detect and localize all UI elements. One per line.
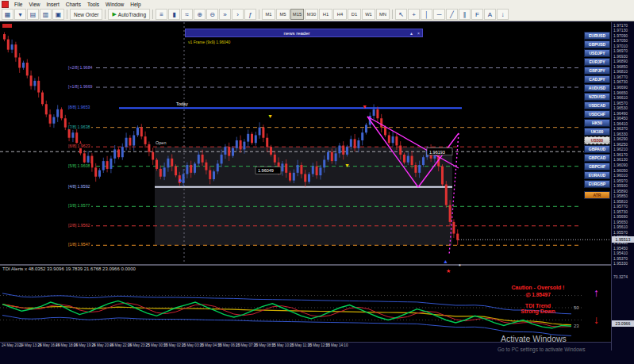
symbol-button-gbpcad[interactable]: GBPCAD	[584, 154, 610, 162]
symbol-button-gbpchf[interactable]: GBPCHF	[584, 163, 610, 171]
price-tick: 1.96450	[613, 116, 628, 121]
timeframe-h4[interactable]: H4	[333, 9, 347, 20]
new-order-button[interactable]: New Order	[70, 9, 102, 20]
symbol-button-cadjpy[interactable]: CADJPY	[584, 75, 610, 83]
price-tick: 1.96090	[613, 163, 628, 167]
autotrading-button[interactable]: ▶ AutoTrading	[108, 9, 150, 20]
price-tick: 1.96490	[613, 111, 628, 116]
timeframe-mn[interactable]: MN	[376, 9, 390, 20]
price-tick: 1.96130	[613, 157, 628, 162]
line-chart-icon[interactable]: ≈	[181, 9, 193, 20]
navigator-icon[interactable]: ▣	[52, 9, 64, 20]
timeframe-m1[interactable]: M1	[262, 9, 275, 20]
symbol-button-uk100[interactable]: UK100	[584, 128, 610, 136]
price-tick: 1.95330	[613, 261, 628, 266]
chart-area[interactable]: TodayOpen1.960491.96193	[0, 22, 611, 264]
symbol-button-hk50[interactable]: HK50	[584, 119, 610, 127]
symbol-button-gbpusd[interactable]: GBPUSD	[584, 40, 610, 48]
price-tick: 1.95570	[613, 230, 628, 235]
symbol-button-gbpjpy[interactable]: GBPJPY	[584, 67, 610, 75]
price-tick: 1.96730	[613, 79, 628, 84]
price-tick: 1.96570	[613, 101, 628, 105]
auto-scroll-icon[interactable]: »	[219, 9, 231, 20]
price-tick: 1.95930	[613, 183, 628, 188]
chart-shift-icon[interactable]: ›	[232, 9, 244, 20]
tdi-alert-block: Caution - Oversold ! @ 1.95497 TDI Trend…	[486, 285, 590, 314]
bar-chart-icon[interactable]: ≡	[156, 9, 167, 20]
murrey-level-label: [6/8] 1.9623	[67, 144, 91, 148]
murrey-level-label: [2/8] 1.9562	[67, 223, 91, 228]
zoom-out-icon[interactable]: ⊖	[206, 9, 218, 20]
price-tick: 1.95370	[613, 256, 628, 261]
price-tick: 1.95730	[613, 209, 628, 214]
market-watch-icon[interactable]: ▥	[40, 9, 52, 20]
crosshair-icon[interactable]: +	[408, 9, 420, 20]
chart-list-dropdown-icon[interactable]: ▾	[14, 9, 26, 20]
cursor-icon[interactable]: ↖	[395, 9, 407, 20]
horizontal-line-icon[interactable]: ─	[433, 9, 445, 20]
price-tick: 1.95890	[613, 189, 628, 193]
toolbar: ▦▾▤▥▣New Order▶ AutoTrading≡▮≈⊕⊖»›ƒM1M5M…	[0, 8, 634, 21]
menu-file[interactable]: File	[11, 2, 25, 7]
toolbar-separator	[105, 10, 106, 19]
murrey-level-label: [5/8] 1.9608	[67, 163, 91, 168]
timeframe-m15[interactable]: M15	[290, 9, 304, 20]
symbol-button-eurgbp[interactable]: EURGBP	[584, 180, 610, 188]
trendline-icon[interactable]: ╱	[446, 9, 458, 20]
symbol-button-gbpaud[interactable]: GBPAUD	[584, 145, 610, 153]
symbol-button-eurusd[interactable]: EURUSD	[584, 32, 610, 40]
candlestick-chart-icon[interactable]: ▮	[168, 9, 180, 20]
price-tick: 1.97050	[613, 38, 628, 43]
menu-charts[interactable]: Charts	[63, 2, 84, 7]
price-tick: 1.96170	[613, 152, 628, 157]
collapse-icon[interactable]: ▲	[408, 31, 415, 36]
symbol-button-usdcad[interactable]: USDCAD	[584, 102, 610, 109]
price-tick: 1.96650	[613, 90, 628, 95]
fibonacci-icon[interactable]: F	[471, 9, 483, 20]
price-tick: 1.95770	[613, 204, 628, 209]
menu-tools[interactable]: Tools	[84, 2, 102, 7]
oversold-up-arrow: ↑	[594, 286, 599, 299]
timeframe-w1[interactable]: W1	[362, 9, 375, 20]
price-plot[interactable]: TodayOpen1.960491.96193	[0, 22, 611, 264]
note-asterisk: *	[459, 263, 461, 269]
close-icon[interactable]: ×	[415, 31, 422, 36]
channel-icon[interactable]: ∥	[459, 9, 471, 20]
symbol-button-usdjpy[interactable]: USDJPY	[584, 49, 610, 57]
toolbar-separator	[67, 10, 67, 19]
timeframe-d1[interactable]: D1	[348, 9, 361, 20]
arrows-tool-icon[interactable]: ↓	[497, 9, 509, 20]
new-chart-icon[interactable]: ▦	[2, 9, 13, 20]
menu-view[interactable]: View	[25, 2, 43, 7]
timeframe-m5[interactable]: M5	[276, 9, 290, 20]
symbol-button-usdchf[interactable]: USDCHF	[584, 110, 610, 118]
price-tick: 1.97010	[613, 44, 628, 48]
menu-help[interactable]: Help	[127, 2, 144, 7]
timeframe-h1[interactable]: H1	[319, 9, 332, 20]
profiles-icon[interactable]: ▤	[27, 9, 39, 20]
tdi-panel[interactable]: TDI Alerts x 48.0352 33.9096 19.7839 21.…	[0, 264, 611, 342]
bid-price-box: 1.95513	[612, 236, 634, 243]
symbol-button-audusd[interactable]: AUDUSD	[584, 84, 610, 92]
menu-insert[interactable]: Insert	[43, 2, 62, 7]
toolbar-separator	[392, 10, 393, 19]
news-reader-bar[interactable]: news reader ▲ ×	[185, 29, 423, 37]
activate-windows-watermark: Activate Windows	[501, 334, 567, 343]
symbol-button-euraud[interactable]: EURAUD	[584, 171, 610, 179]
indicator-frame-label: v1 Frame (9x9) 1.96040	[188, 40, 230, 44]
text-label-icon[interactable]: A	[484, 9, 496, 20]
price-tick: 1.95610	[613, 224, 628, 229]
atr-button[interactable]: ATR	[584, 191, 610, 199]
tdi-level-last: 23	[574, 324, 579, 328]
timeframe-m30[interactable]: M30	[305, 9, 318, 20]
murrey-level-label: [7/8] 1.9638	[67, 125, 91, 129]
zoom-in-icon[interactable]: ⊕	[194, 9, 206, 20]
vertical-line-icon[interactable]: │	[421, 9, 432, 20]
symbol-button-us500[interactable]: US500	[584, 136, 610, 144]
tdi-current-box: 23.0966	[612, 320, 634, 327]
menu-window[interactable]: Window	[102, 2, 127, 7]
symbol-button-nzdusd[interactable]: NZDUSD	[584, 93, 610, 101]
symbol-button-eurjpy[interactable]: EURJPY	[584, 58, 610, 66]
indicators-icon[interactable]: ƒ	[244, 9, 256, 20]
price-tick: 1.96210	[613, 147, 628, 151]
